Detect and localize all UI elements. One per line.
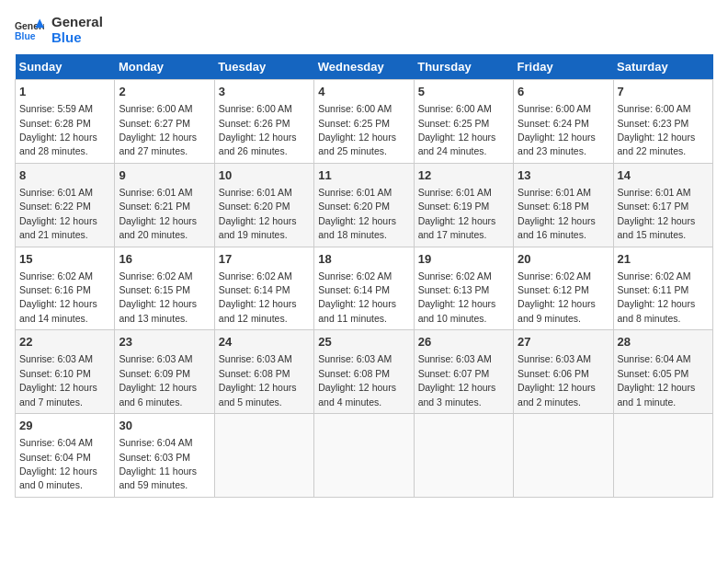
day-number: 11 — [318, 167, 409, 184]
cell-content: Sunrise: 6:02 AMSunset: 6:14 PMDaylight:… — [318, 270, 396, 324]
week-row-2: 8Sunrise: 6:01 AMSunset: 6:22 PMDaylight… — [16, 163, 713, 247]
cell-content: Sunrise: 6:00 AMSunset: 6:23 PMDaylight:… — [618, 103, 696, 156]
calendar-cell: 20Sunrise: 6:02 AMSunset: 6:12 PMDayligh… — [514, 247, 613, 330]
calendar-cell: 17Sunrise: 6:02 AMSunset: 6:14 PMDayligh… — [214, 247, 313, 330]
calendar-cell: 6Sunrise: 6:00 AMSunset: 6:24 PMDaylight… — [514, 80, 613, 164]
cell-content: Sunrise: 6:01 AMSunset: 6:22 PMDaylight:… — [19, 187, 97, 240]
day-number: 8 — [19, 167, 110, 184]
svg-text:Blue: Blue — [15, 31, 36, 41]
cell-content: Sunrise: 6:02 AMSunset: 6:13 PMDaylight:… — [418, 270, 496, 324]
day-number: 4 — [318, 84, 409, 100]
calendar-cell: 9Sunrise: 6:01 AMSunset: 6:21 PMDaylight… — [115, 163, 214, 247]
calendar-cell: 3Sunrise: 6:00 AMSunset: 6:26 PMDaylight… — [214, 80, 313, 164]
cell-content: Sunrise: 6:03 AMSunset: 6:08 PMDaylight:… — [219, 353, 297, 407]
cell-content: Sunrise: 6:01 AMSunset: 6:20 PMDaylight:… — [318, 187, 396, 240]
week-row-3: 15Sunrise: 6:02 AMSunset: 6:16 PMDayligh… — [16, 247, 713, 330]
day-number: 12 — [418, 167, 509, 184]
day-number: 24 — [219, 334, 310, 350]
calendar-cell: 8Sunrise: 6:01 AMSunset: 6:22 PMDaylight… — [16, 163, 115, 247]
calendar-cell: 7Sunrise: 6:00 AMSunset: 6:23 PMDaylight… — [613, 80, 712, 164]
day-number: 16 — [119, 251, 210, 268]
week-row-1: 1Sunrise: 5:59 AMSunset: 6:28 PMDaylight… — [16, 80, 713, 164]
logo: General Blue General Blue — [15, 15, 103, 45]
calendar-cell: 5Sunrise: 6:00 AMSunset: 6:25 PMDaylight… — [414, 80, 513, 164]
calendar-table: SundayMondayTuesdayWednesdayThursdayFrid… — [15, 54, 713, 498]
cell-content: Sunrise: 6:02 AMSunset: 6:16 PMDaylight:… — [19, 270, 97, 324]
calendar-cell: 15Sunrise: 6:02 AMSunset: 6:16 PMDayligh… — [16, 247, 115, 330]
cell-content: Sunrise: 6:03 AMSunset: 6:10 PMDaylight:… — [19, 353, 97, 407]
calendar-cell: 21Sunrise: 6:02 AMSunset: 6:11 PMDayligh… — [613, 247, 712, 330]
cell-content: Sunrise: 6:01 AMSunset: 6:19 PMDaylight:… — [418, 187, 496, 240]
cell-content: Sunrise: 6:01 AMSunset: 6:18 PMDaylight:… — [518, 187, 596, 240]
cell-content: Sunrise: 6:00 AMSunset: 6:24 PMDaylight:… — [518, 103, 596, 156]
col-header-sunday: Sunday — [16, 54, 115, 80]
calendar-cell: 25Sunrise: 6:03 AMSunset: 6:08 PMDayligh… — [314, 330, 414, 414]
calendar-cell: 14Sunrise: 6:01 AMSunset: 6:17 PMDayligh… — [613, 163, 712, 247]
cell-content: Sunrise: 6:02 AMSunset: 6:11 PMDaylight:… — [618, 270, 696, 324]
calendar-cell: 27Sunrise: 6:03 AMSunset: 6:06 PMDayligh… — [514, 330, 613, 414]
day-number: 13 — [518, 167, 609, 184]
day-number: 20 — [518, 251, 609, 268]
day-number: 30 — [119, 418, 210, 434]
day-number: 29 — [19, 418, 110, 434]
calendar-cell: 24Sunrise: 6:03 AMSunset: 6:08 PMDayligh… — [214, 330, 313, 414]
week-row-5: 29Sunrise: 6:04 AMSunset: 6:04 PMDayligh… — [16, 414, 713, 498]
col-header-thursday: Thursday — [414, 54, 513, 80]
calendar-cell: 22Sunrise: 6:03 AMSunset: 6:10 PMDayligh… — [16, 330, 115, 414]
logo-line1: General — [51, 15, 103, 30]
calendar-cell: 13Sunrise: 6:01 AMSunset: 6:18 PMDayligh… — [514, 163, 613, 247]
cell-content: Sunrise: 6:02 AMSunset: 6:15 PMDaylight:… — [119, 270, 197, 324]
cell-content: Sunrise: 5:59 AMSunset: 6:28 PMDaylight:… — [19, 103, 97, 156]
cell-content: Sunrise: 6:00 AMSunset: 6:25 PMDaylight:… — [318, 103, 396, 156]
cell-content: Sunrise: 6:04 AMSunset: 6:05 PMDaylight:… — [618, 353, 696, 407]
col-header-tuesday: Tuesday — [214, 54, 313, 80]
cell-content: Sunrise: 6:03 AMSunset: 6:07 PMDaylight:… — [418, 353, 496, 407]
cell-content: Sunrise: 6:00 AMSunset: 6:26 PMDaylight:… — [219, 103, 297, 156]
day-number: 28 — [618, 334, 709, 350]
day-number: 9 — [119, 167, 210, 184]
day-number: 2 — [119, 84, 210, 100]
day-number: 26 — [418, 334, 509, 350]
calendar-cell: 29Sunrise: 6:04 AMSunset: 6:04 PMDayligh… — [16, 414, 115, 498]
day-number: 15 — [19, 251, 110, 268]
calendar-cell: 2Sunrise: 6:00 AMSunset: 6:27 PMDaylight… — [115, 80, 214, 164]
cell-content: Sunrise: 6:01 AMSunset: 6:21 PMDaylight:… — [119, 187, 197, 240]
logo-line2: Blue — [51, 30, 103, 46]
cell-content: Sunrise: 6:02 AMSunset: 6:14 PMDaylight:… — [219, 270, 297, 324]
cell-content: Sunrise: 6:02 AMSunset: 6:12 PMDaylight:… — [518, 270, 596, 324]
cell-content: Sunrise: 6:03 AMSunset: 6:06 PMDaylight:… — [518, 353, 596, 407]
calendar-cell — [613, 414, 712, 498]
cell-content: Sunrise: 6:03 AMSunset: 6:08 PMDaylight:… — [318, 353, 396, 407]
day-number: 14 — [618, 167, 709, 184]
day-number: 21 — [618, 251, 709, 268]
cell-content: Sunrise: 6:00 AMSunset: 6:25 PMDaylight:… — [418, 103, 496, 156]
day-number: 3 — [219, 84, 310, 100]
calendar-cell — [414, 414, 513, 498]
header-row: SundayMondayTuesdayWednesdayThursdayFrid… — [16, 54, 713, 80]
col-header-saturday: Saturday — [613, 54, 712, 80]
calendar-cell: 18Sunrise: 6:02 AMSunset: 6:14 PMDayligh… — [314, 247, 414, 330]
col-header-monday: Monday — [115, 54, 214, 80]
day-number: 19 — [418, 251, 509, 268]
calendar-cell: 30Sunrise: 6:04 AMSunset: 6:03 PMDayligh… — [115, 414, 214, 498]
calendar-cell: 23Sunrise: 6:03 AMSunset: 6:09 PMDayligh… — [115, 330, 214, 414]
calendar-cell: 16Sunrise: 6:02 AMSunset: 6:15 PMDayligh… — [115, 247, 214, 330]
week-row-4: 22Sunrise: 6:03 AMSunset: 6:10 PMDayligh… — [16, 330, 713, 414]
calendar-cell: 10Sunrise: 6:01 AMSunset: 6:20 PMDayligh… — [214, 163, 313, 247]
calendar-cell: 11Sunrise: 6:01 AMSunset: 6:20 PMDayligh… — [314, 163, 414, 247]
day-number: 23 — [119, 334, 210, 350]
cell-content: Sunrise: 6:00 AMSunset: 6:27 PMDaylight:… — [119, 103, 197, 156]
calendar-cell: 26Sunrise: 6:03 AMSunset: 6:07 PMDayligh… — [414, 330, 513, 414]
day-number: 6 — [518, 84, 609, 100]
day-number: 22 — [19, 334, 110, 350]
calendar-cell: 4Sunrise: 6:00 AMSunset: 6:25 PMDaylight… — [314, 80, 414, 164]
calendar-cell — [314, 414, 414, 498]
day-number: 18 — [318, 251, 409, 268]
cell-content: Sunrise: 6:03 AMSunset: 6:09 PMDaylight:… — [119, 353, 197, 407]
calendar-cell — [514, 414, 613, 498]
logo-icon: General Blue — [15, 17, 44, 43]
day-number: 17 — [219, 251, 310, 268]
cell-content: Sunrise: 6:01 AMSunset: 6:20 PMDaylight:… — [219, 187, 297, 240]
day-number: 5 — [418, 84, 509, 100]
col-header-friday: Friday — [514, 54, 613, 80]
